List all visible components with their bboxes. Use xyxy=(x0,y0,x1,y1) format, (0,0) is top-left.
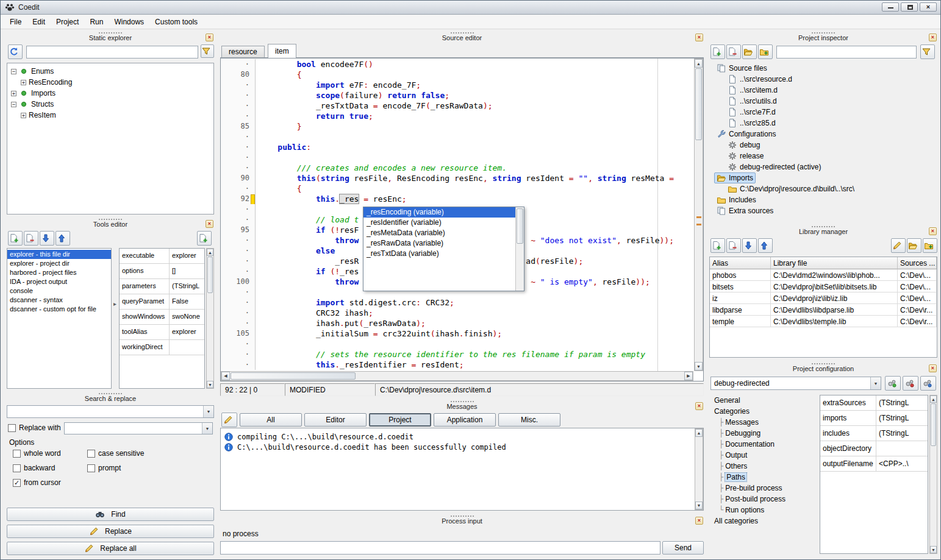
filter-project[interactable]: Project xyxy=(369,413,431,427)
send-button[interactable]: Send xyxy=(662,541,704,555)
inspector-tree-item[interactable]: Imports xyxy=(709,172,937,183)
maximize-button[interactable] xyxy=(901,2,918,12)
titlebar[interactable]: Coedit × xyxy=(1,1,940,15)
library-row[interactable]: izC:\Dev\dproj\iz\lib\iz.libC:\Dev\... xyxy=(710,292,937,304)
filter-button[interactable] xyxy=(201,44,214,58)
filter-application[interactable]: Application xyxy=(434,413,496,427)
collapse-expander-icon[interactable]: − xyxy=(11,102,16,107)
menu-file[interactable]: File xyxy=(4,16,27,28)
checkbox-whole-word[interactable]: whole word xyxy=(13,449,61,458)
property-value[interactable]: (TStringL xyxy=(876,411,928,425)
config-category[interactable]: ├Output xyxy=(710,450,818,461)
config-category[interactable]: ├Debugging xyxy=(710,428,818,439)
panel-grip[interactable] xyxy=(451,516,474,517)
search-combo[interactable]: ▼ xyxy=(7,405,214,418)
find-button[interactable]: Find xyxy=(7,508,214,521)
panel-grip[interactable] xyxy=(451,401,474,402)
sync-configuration-button[interactable] xyxy=(885,376,901,391)
checkbox-backward[interactable]: backward xyxy=(13,464,55,472)
property-value[interactable]: explorer xyxy=(170,249,204,263)
inspector-tree-item[interactable]: ..\src\item.d xyxy=(709,85,937,96)
symbol-filter-input[interactable] xyxy=(26,46,198,58)
minimize-button[interactable] xyxy=(882,2,899,12)
inspector-tree-item[interactable]: Extra sources xyxy=(709,205,937,216)
close-panel-icon[interactable]: × xyxy=(929,227,937,235)
scroll-right-icon[interactable]: ▶ xyxy=(684,372,693,380)
inspector-tree-item[interactable]: debug xyxy=(709,140,937,151)
static-tree-item[interactable]: +Imports xyxy=(7,88,213,99)
code-line[interactable]: 92 this._res = resEnc; xyxy=(221,194,693,204)
panel-grip[interactable] xyxy=(812,363,835,364)
expand-expander-icon[interactable]: + xyxy=(21,80,26,85)
config-category[interactable]: Categories xyxy=(710,406,818,417)
scroll-down-icon[interactable]: ▼ xyxy=(930,546,937,553)
property-value[interactable]: swoNone xyxy=(170,310,204,324)
chevron-down-icon[interactable]: ▼ xyxy=(870,377,881,389)
config-category[interactable]: All categories xyxy=(710,516,818,526)
replace-button[interactable]: Replace xyxy=(7,525,214,538)
add-tool-button[interactable] xyxy=(8,231,23,246)
completion-item[interactable]: _resMetaData (variable) xyxy=(363,228,515,238)
tool-list-item[interactable]: IDA - project output xyxy=(7,277,111,286)
panel-grip[interactable] xyxy=(99,219,122,220)
code-line[interactable]: · import e7F: encode_7F; xyxy=(221,80,693,90)
expand-expander-icon[interactable]: + xyxy=(11,91,16,96)
tools-scrollbar[interactable]: ▲ ▼ xyxy=(206,248,214,389)
expand-expander-icon[interactable]: + xyxy=(21,113,26,118)
filter-editor[interactable]: Editor xyxy=(304,413,367,427)
chevron-down-icon[interactable]: ▼ xyxy=(203,406,213,417)
scroll-left-icon[interactable]: ◀ xyxy=(221,372,230,380)
open-project-button[interactable] xyxy=(742,44,757,59)
code-line[interactable]: 105 _initialSum = crc322uint(ihash.finis… xyxy=(221,328,693,339)
scroll-thumb[interactable] xyxy=(207,257,213,293)
clear-messages-button[interactable] xyxy=(221,413,237,427)
scroll-thumb[interactable] xyxy=(695,68,702,140)
library-row[interactable]: phobosC:\Dev\dmd2\windows\lib\phob...C:\… xyxy=(710,269,937,281)
inspector-tree-item[interactable]: ..\src\z85.d xyxy=(709,118,937,129)
config-category[interactable]: └Run options xyxy=(710,505,818,516)
code-line[interactable]: · ihash.put(_resRawData); xyxy=(221,318,693,328)
config-category[interactable]: ├Documentation xyxy=(710,439,818,450)
message-item[interactable]: compiling C:\...\build\resource.d.coedit xyxy=(221,431,703,442)
static-tree-item[interactable]: −Enums xyxy=(7,66,213,77)
completion-item[interactable]: _resTxtData (variable) xyxy=(363,249,515,259)
add-library-folder-button[interactable] xyxy=(923,238,937,253)
code-line[interactable]: · xyxy=(221,339,693,349)
menu-project[interactable]: Project xyxy=(51,16,84,28)
config-category[interactable]: ├Post-build process xyxy=(710,494,818,505)
add-configuration-button[interactable] xyxy=(920,376,936,391)
inspector-tree-item[interactable]: ..\src\e7F.d xyxy=(709,107,937,118)
tab-item[interactable]: item xyxy=(268,44,296,58)
code-line[interactable]: · return true; xyxy=(221,111,693,121)
remove-source-button[interactable] xyxy=(726,44,741,59)
messages-scrollbar[interactable]: ▲ ▼ xyxy=(695,428,703,510)
property-value[interactable]: explorer xyxy=(170,325,204,339)
library-row[interactable]: libdparseC:\Dev\dlibs\libdparse.libC:\De… xyxy=(710,304,937,316)
replace-all-button[interactable]: Replace all xyxy=(7,542,214,555)
property-value[interactable]: (TStringL xyxy=(876,426,928,441)
config-category[interactable]: ├Pre-build process xyxy=(710,483,818,494)
tool-list-item[interactable]: explorer - this file dir xyxy=(7,250,111,259)
menu-custom-tools[interactable]: Custom tools xyxy=(149,16,203,28)
property-value[interactable] xyxy=(876,441,928,456)
inspector-tree-item[interactable]: Source files xyxy=(709,63,937,74)
edit-library-button[interactable] xyxy=(891,238,906,253)
filter-button[interactable] xyxy=(920,44,935,59)
panel-grip[interactable] xyxy=(99,32,122,34)
scroll-up-icon[interactable]: ▲ xyxy=(930,395,937,403)
inspector-tree-item[interactable]: C:\Dev\dproj\resource.d\build\..\src\ xyxy=(709,183,937,194)
close-panel-icon[interactable]: × xyxy=(695,34,703,41)
inspector-filter-input[interactable] xyxy=(776,46,917,58)
scroll-thumb[interactable] xyxy=(231,372,356,380)
remove-library-button[interactable] xyxy=(726,238,741,253)
code-line[interactable]: 85 } xyxy=(221,121,693,132)
inspector-tree-item[interactable]: Configurations xyxy=(709,129,937,140)
move-tool-down-button[interactable] xyxy=(40,231,54,246)
menu-edit[interactable]: Edit xyxy=(27,16,51,28)
close-panel-icon[interactable]: × xyxy=(206,34,213,41)
property-value[interactable]: <CPP>..\ xyxy=(876,456,928,471)
property-value[interactable]: [] xyxy=(170,264,204,278)
column-header[interactable]: Sources ... xyxy=(898,257,937,269)
scroll-down-icon[interactable]: ▼ xyxy=(695,502,703,509)
code-line[interactable]: 90 this(string resFile, ResEncoding resE… xyxy=(221,173,693,183)
